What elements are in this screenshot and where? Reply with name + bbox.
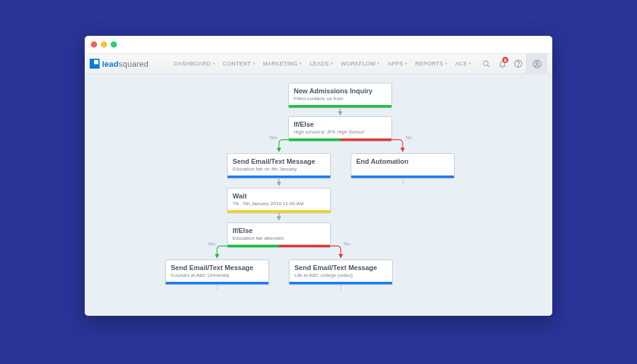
chevron-down-icon: ▾ [253, 61, 255, 66]
node-accent-split [289, 138, 391, 141]
chevron-down-icon: ▾ [331, 61, 333, 66]
brand-text-part2: squared [119, 59, 148, 69]
nav-apps[interactable]: APPS▾ [385, 59, 411, 68]
chevron-down-icon: ▾ [377, 61, 380, 66]
node-accent [351, 176, 454, 178]
brand-text: leadsquared [102, 59, 148, 69]
branch-yes-label: Yes [207, 241, 215, 247]
svg-point-5 [536, 61, 539, 64]
help-icon [514, 59, 523, 68]
workflow-node-condition[interactable]: If/Else Education fair attended. [227, 222, 331, 248]
node-accent [228, 210, 330, 213]
node-title: If/Else [294, 121, 387, 129]
workflow-node-action[interactable]: Send Email/Text Message Coursed at ABC U… [165, 260, 269, 285]
chevron-down-icon: ▾ [445, 61, 448, 66]
notifications-badge: 8 [502, 57, 508, 63]
nav-label: WORKFLOW [341, 61, 375, 67]
node-subtitle: Till - 5th January 2018 11:00 AM [233, 201, 325, 207]
brand-text-part1: lead [102, 59, 119, 69]
window-zoom-icon[interactable] [111, 41, 117, 48]
workflow-node-condition[interactable]: If/Else High school is 'JFK High School' [288, 116, 392, 142]
account-button[interactable] [526, 53, 547, 74]
node-subtitle [356, 166, 449, 172]
workflow-canvas: Yes No Yes No New Admissions Inquiry Fil… [85, 74, 552, 316]
node-accent-split [228, 245, 330, 247]
node-subtitle: Education fair on 4th January [233, 166, 325, 172]
nav-workflow[interactable]: WORKFLOW▾ [338, 59, 383, 68]
node-accent [289, 282, 392, 284]
nav-marketing[interactable]: MARKETING▾ [260, 59, 306, 68]
node-accent [228, 176, 330, 178]
nav-label: CONTENT [223, 61, 251, 67]
nav-label: LEADS [310, 61, 329, 67]
node-subtitle: Life at ABC college (video) [294, 273, 387, 279]
connector-stub [217, 284, 218, 290]
nav-dashboard[interactable]: DASHBOARD▾ [171, 59, 218, 68]
node-accent [289, 105, 391, 108]
nav-ace[interactable]: ACE▾ [452, 59, 475, 68]
node-subtitle: High school is 'JFK High School' [294, 129, 387, 135]
workflow-node-end[interactable]: End Automation [351, 153, 455, 179]
nav-content[interactable]: CONTENT▾ [220, 59, 259, 68]
connector-stub [341, 284, 341, 290]
window-close-icon[interactable] [91, 41, 97, 48]
node-subtitle: Education fair attended. [233, 235, 325, 242]
node-subtitle: Filled contactv us from [294, 96, 387, 102]
main-nav: DASHBOARD▾ CONTENT▾ MARKETING▾ LEADS▾ WO… [171, 59, 475, 68]
node-accent [166, 282, 268, 284]
nav-label: ACE [455, 61, 467, 67]
branch-yes-label: Yes [269, 135, 277, 140]
nav-label: DASHBOARD [174, 61, 211, 67]
chevron-down-icon: ▾ [405, 61, 408, 66]
app-toolbar: leadsquared DASHBOARD▾ CONTENT▾ MARKETIN… [85, 53, 552, 74]
workflow-node-trigger[interactable]: New Admissions Inquiry Filled contactv u… [288, 83, 392, 108]
node-title: Send Email/Text Message [294, 264, 387, 272]
nav-reports[interactable]: REPORTS▾ [412, 59, 451, 68]
nav-label: MARKETING [263, 61, 297, 67]
search-icon [482, 60, 490, 68]
workflow-node-action[interactable]: Send Email/Text Message Life at ABC coll… [289, 260, 393, 285]
svg-point-0 [483, 61, 488, 66]
branch-no-label: No [406, 135, 412, 140]
chevron-down-icon: ▾ [299, 61, 302, 66]
svg-line-1 [487, 65, 489, 67]
node-title: End Automation [356, 158, 449, 166]
connector-stub [403, 178, 403, 184]
svg-point-3 [518, 66, 519, 66]
branch-no-label: No [344, 241, 350, 247]
node-title: Wait [233, 192, 325, 200]
workflow-node-wait[interactable]: Wait Till - 5th January 2018 11:00 AM [227, 188, 331, 213]
node-title: Send Email/Text Message [233, 158, 325, 166]
notifications-button[interactable]: 8 [494, 56, 510, 72]
node-title: If/Else [233, 227, 325, 235]
search-button[interactable] [478, 56, 494, 72]
app-window: leadsquared DASHBOARD▾ CONTENT▾ MARKETIN… [85, 36, 552, 316]
help-button[interactable] [510, 56, 526, 72]
brand-logo-icon [90, 59, 100, 69]
chevron-down-icon: ▾ [213, 61, 215, 66]
nav-label: REPORTS [415, 61, 443, 67]
node-subtitle: Coursed at ABC University [171, 273, 263, 279]
user-circle-icon [532, 59, 542, 69]
brand[interactable]: leadsquared [85, 59, 157, 69]
node-title: Send Email/Text Message [171, 264, 263, 272]
window-titlebar [85, 36, 552, 53]
chevron-down-icon: ▾ [469, 61, 471, 66]
nav-label: APPS [388, 61, 403, 67]
node-title: New Admissions Inquiry [294, 87, 387, 95]
nav-leads[interactable]: LEADS▾ [307, 59, 336, 68]
workflow-node-action[interactable]: Send Email/Text Message Education fair o… [227, 153, 331, 179]
window-minimize-icon[interactable] [101, 41, 107, 48]
